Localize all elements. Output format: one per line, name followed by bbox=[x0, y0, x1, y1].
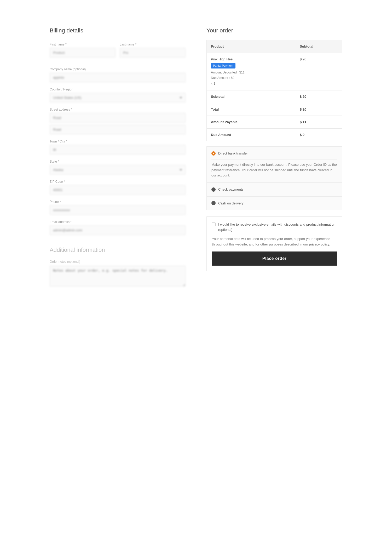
zip-label: ZIP Code * bbox=[50, 179, 186, 184]
email-checkbox-row[interactable]: I would like to receive exclusive emails… bbox=[212, 222, 337, 232]
product-quantity: × 1 bbox=[211, 81, 291, 87]
street-label: Street address * bbox=[50, 107, 186, 112]
email-checkbox[interactable] bbox=[212, 222, 216, 226]
product-name: Pink High Heel bbox=[211, 57, 291, 62]
phone-input[interactable] bbox=[50, 205, 186, 215]
amount-payable-value: $ 11 bbox=[296, 116, 342, 129]
amount-payable-row: Amount Payable $ 11 bbox=[207, 116, 342, 129]
billing-section: Billing details First name * Last name *… bbox=[50, 26, 186, 291]
due-amount-product: Due Amount : $9 bbox=[211, 75, 291, 81]
subtotal-row: Subtotal $ 20 bbox=[207, 90, 342, 103]
col-subtotal: Subtotal bbox=[296, 40, 342, 53]
state-label: State * bbox=[50, 159, 186, 164]
last-name-input[interactable] bbox=[120, 48, 186, 58]
order-section: Your order Product Subtotal Pink High He… bbox=[206, 26, 342, 271]
first-name-label: First name * bbox=[50, 42, 116, 47]
company-input[interactable] bbox=[50, 73, 186, 82]
due-amount-label: Due Amount bbox=[207, 128, 296, 141]
city-input[interactable] bbox=[50, 145, 186, 155]
total-row: Total $ 20 bbox=[207, 103, 342, 116]
radio-cod[interactable] bbox=[211, 201, 216, 205]
place-order-button[interactable]: Place order bbox=[212, 251, 337, 266]
street-input[interactable] bbox=[50, 113, 186, 123]
total-value: $ 20 bbox=[296, 103, 342, 116]
order-notes-label: Order notes (optional) bbox=[50, 259, 186, 264]
city-label: Town / City * bbox=[50, 139, 186, 144]
billing-title: Billing details bbox=[50, 26, 186, 35]
order-table: Product Subtotal Pink High Heel Partial … bbox=[206, 40, 342, 141]
payment-option-direct-bank[interactable]: Direct bank transfer Make your payment d… bbox=[207, 147, 342, 183]
state-select[interactable]: Alaska bbox=[50, 165, 186, 175]
email-input[interactable] bbox=[50, 225, 186, 235]
order-notes-textarea[interactable] bbox=[50, 266, 186, 287]
direct-bank-description: Make your payment directly into our bank… bbox=[211, 159, 337, 178]
payment-methods: Direct bank transfer Make your payment d… bbox=[206, 146, 342, 210]
additional-title: Additional information bbox=[50, 245, 186, 254]
company-label: Company name (optional) bbox=[50, 67, 186, 72]
privacy-policy-link[interactable]: privacy policy bbox=[309, 242, 329, 246]
apartment-input[interactable] bbox=[50, 125, 186, 134]
bottom-section: I would like to receive exclusive emails… bbox=[206, 216, 342, 271]
country-select[interactable]: United States (US) bbox=[50, 93, 186, 102]
first-name-input[interactable] bbox=[50, 48, 116, 58]
check-label: Check payments bbox=[218, 187, 244, 192]
due-amount-value: $ 9 bbox=[296, 128, 342, 141]
subtotal-label: Subtotal bbox=[207, 90, 296, 103]
radio-direct-bank[interactable] bbox=[211, 151, 216, 156]
privacy-text: Your personal data will be used to proce… bbox=[212, 236, 337, 247]
subtotal-value: $ 20 bbox=[296, 90, 342, 103]
partial-payment-badge: Partial Payment bbox=[211, 63, 235, 68]
amount-payable-label: Amount Payable bbox=[207, 116, 296, 129]
country-label: Country / Region bbox=[50, 87, 186, 92]
payment-option-check[interactable]: Check payments bbox=[207, 183, 342, 197]
due-amount-row: Due Amount $ 9 bbox=[207, 128, 342, 141]
cod-label: Cash on delivery bbox=[218, 201, 244, 206]
product-price: $ 20 bbox=[296, 53, 342, 90]
phone-label: Phone * bbox=[50, 199, 186, 204]
radio-check[interactable] bbox=[211, 187, 216, 192]
direct-bank-label: Direct bank transfer bbox=[218, 151, 248, 156]
amount-deposited: Amount Deposited : $11 bbox=[211, 70, 291, 76]
total-label: Total bbox=[207, 103, 296, 116]
additional-section: Additional information Order notes (opti… bbox=[50, 245, 186, 287]
col-product: Product bbox=[207, 40, 296, 53]
email-checkbox-label: I would like to receive exclusive emails… bbox=[218, 222, 337, 232]
order-title: Your order bbox=[206, 26, 342, 35]
zip-input[interactable] bbox=[50, 185, 186, 195]
email-label: Email address * bbox=[50, 220, 186, 224]
product-row: Pink High Heel Partial Payment Amount De… bbox=[207, 53, 342, 90]
payment-option-cod[interactable]: Cash on delivery bbox=[207, 197, 342, 210]
last-name-label: Last name * bbox=[120, 42, 186, 47]
